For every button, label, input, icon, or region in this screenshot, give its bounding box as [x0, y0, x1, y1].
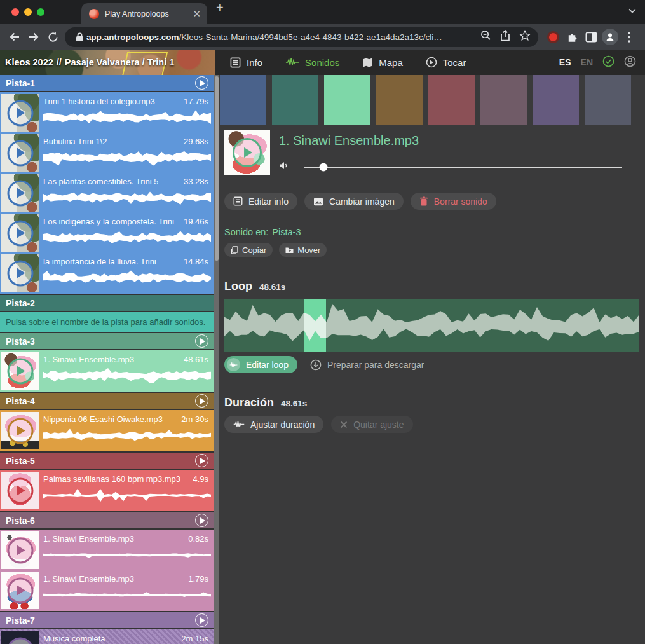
browser-profile-avatar[interactable]	[601, 27, 620, 46]
track-swatch-5[interactable]	[428, 75, 475, 125]
clip-Pista-3-1[interactable]: 1. Sinawi Ensemble.mp348.61s	[0, 351, 214, 391]
lock-icon[interactable]	[72, 27, 86, 46]
track-header-Pista-2[interactable]: Pista-2	[0, 295, 214, 311]
breadcrumb-scene[interactable]: Pasaje Valvanera / Trini 1	[65, 57, 175, 67]
language-en[interactable]: EN	[581, 57, 593, 67]
clip-play-overlay-icon[interactable]	[7, 477, 33, 504]
forward-button[interactable]	[24, 27, 43, 46]
volume-knob[interactable]	[320, 163, 328, 171]
track-swatch-4[interactable]	[376, 75, 423, 125]
track-swatch-2[interactable]	[272, 75, 318, 125]
back-button[interactable]	[5, 27, 24, 46]
clip-thumbnail-house-door[interactable]	[1, 134, 39, 172]
track-play-button[interactable]	[195, 76, 208, 90]
clip-thumbnail-house-door[interactable]	[1, 214, 39, 252]
clip-play-overlay-icon[interactable]	[7, 577, 33, 603]
track-play-button[interactable]	[195, 514, 208, 527]
language-es[interactable]: ES	[559, 57, 571, 67]
clip-play-overlay-icon[interactable]	[7, 637, 33, 644]
share-icon[interactable]	[500, 30, 510, 44]
close-window-button[interactable]	[11, 8, 19, 16]
clip-thumbnail-peppa-red[interactable]	[1, 472, 39, 509]
clip-thumbnail-house-door[interactable]	[1, 174, 39, 212]
clip-play-overlay-icon[interactable]	[7, 140, 33, 166]
clip-thumbnail-peppa-white[interactable]	[1, 531, 39, 569]
track-header-Pista-1[interactable]: Pista-1	[0, 75, 214, 91]
track-swatch-8[interactable]	[585, 75, 631, 125]
sync-check-icon[interactable]	[602, 55, 614, 70]
tab-close-icon[interactable]: ✕	[193, 9, 201, 18]
minimize-window-button[interactable]	[24, 8, 32, 16]
track-play-button[interactable]	[195, 613, 208, 627]
scrollbar-thumb[interactable]	[215, 76, 219, 261]
clip-Pista-6-2[interactable]: 1. Sinawi Ensemble.mp31.79s	[0, 570, 214, 610]
url-bar[interactable]: app.antropoloops.com/Kleos-Santa-Marina/…	[65, 27, 538, 47]
clip-Pista-5-1[interactable]: Palmas sevillanas 160 bpm mp3.mp34.9s	[0, 470, 214, 510]
remove-adjust-button[interactable]: Quitar ajuste	[331, 416, 412, 433]
clip-thumbnail-dark[interactable]	[1, 631, 39, 644]
track-header-Pista-4[interactable]: Pista-4	[0, 393, 214, 409]
clip-play-overlay-icon[interactable]	[7, 358, 33, 384]
clip-play-overlay-icon[interactable]	[7, 260, 33, 286]
extensions-puzzle-icon[interactable]	[562, 27, 581, 46]
clip-Pista-1-2[interactable]: Bubulina Trini 1\229.68s	[0, 133, 214, 173]
track-swatch-7[interactable]	[533, 75, 579, 125]
account-person-icon[interactable]	[624, 55, 636, 70]
recording-extension-icon[interactable]	[543, 27, 562, 46]
zoom-page-icon[interactable]	[480, 30, 491, 44]
clip-Pista-1-1[interactable]: Trini 1 historia del colegio.mp317.79s	[0, 93, 214, 133]
clip-Pista-7-1[interactable]: Musica completa2m 15s	[0, 630, 214, 644]
clip-thumbnail-george[interactable]	[1, 572, 39, 609]
clip-Pista-6-1[interactable]: 1. Sinawi Ensemble.mp30.82s	[0, 530, 214, 570]
reload-button[interactable]	[43, 27, 62, 46]
loop-selection-handle[interactable]	[304, 299, 326, 352]
volume-slider[interactable]	[304, 167, 622, 168]
sidebar-scrollbar[interactable]	[214, 75, 219, 644]
bookmark-star-icon[interactable]	[519, 30, 531, 44]
sound-in-track-link[interactable]: Pista-3	[272, 227, 301, 237]
play-overlay-icon[interactable]	[233, 138, 262, 167]
browser-menu-kebab-icon[interactable]	[620, 27, 639, 46]
tab-sonidos[interactable]: Sonidos	[285, 57, 339, 68]
track-header-Pista-5[interactable]: Pista-5	[0, 453, 214, 469]
change-image-button[interactable]: Cambiar imágen	[304, 193, 404, 210]
clip-Pista-1-4[interactable]: Los indigenas y la compostela. Trini19.4…	[0, 213, 214, 253]
track-play-button[interactable]	[195, 334, 208, 348]
clip-play-overlay-icon[interactable]	[7, 100, 33, 126]
edit-info-button[interactable]: Editar info	[224, 193, 297, 210]
clip-thumbnail-house-door[interactable]	[1, 94, 39, 132]
edit-loop-button[interactable]: Editar loop	[224, 356, 297, 373]
browser-tab[interactable]: Play Antropoloops ✕	[81, 3, 207, 24]
clip-play-overlay-icon[interactable]	[7, 537, 33, 563]
new-tab-button[interactable]: +	[207, 1, 224, 24]
track-play-button[interactable]	[195, 454, 208, 467]
delete-sound-button[interactable]: Borrar sonido	[411, 193, 496, 210]
loop-waveform[interactable]	[224, 299, 639, 352]
clip-play-overlay-icon[interactable]	[7, 180, 33, 206]
maximize-window-button[interactable]	[37, 8, 44, 16]
side-panel-icon[interactable]	[581, 27, 601, 46]
track-play-button[interactable]	[195, 394, 208, 408]
volume-speaker-icon[interactable]	[279, 161, 289, 173]
breadcrumb[interactable]: Kleos 2022//Pasaje Valvanera / Trini 1	[0, 50, 215, 75]
copy-sound-button[interactable]: Copiar	[224, 243, 273, 257]
breadcrumb-project[interactable]: Kleos 2022	[5, 57, 53, 67]
track-header-Pista-7[interactable]: Pista-7	[0, 612, 214, 628]
adjust-duration-button[interactable]: Ajustar duración	[224, 416, 323, 433]
track-swatch-6[interactable]	[480, 75, 527, 125]
tab-search-chevron-icon[interactable]	[628, 4, 636, 16]
tab-tocar[interactable]: Tocar	[426, 57, 466, 68]
clip-Pista-1-5[interactable]: la importancia de la lluvia. Trini14.84s	[0, 253, 214, 293]
prepare-download-button[interactable]: Preparar para descargar	[310, 359, 424, 371]
move-sound-button[interactable]: Mover	[279, 243, 327, 257]
clip-play-overlay-icon[interactable]	[7, 418, 33, 444]
tab-mapa[interactable]: Mapa	[362, 57, 403, 68]
track-header-Pista-6[interactable]: Pista-6	[0, 512, 214, 528]
clip-thumbnail-house-door[interactable]	[1, 254, 39, 292]
clip-thumbnail-peppa-gold[interactable]	[1, 412, 39, 449]
track-header-Pista-3[interactable]: Pista-3	[0, 333, 214, 349]
tab-info[interactable]: Info	[230, 57, 262, 68]
clip-thumbnail-peppa-drink[interactable]	[1, 352, 39, 390]
clip-Pista-1-3[interactable]: Las plantas comestibles. Trini 533.28s	[0, 173, 214, 213]
clip-Pista-4-1[interactable]: Nipponia 06 Esashi Oiwake.mp32m 30s	[0, 411, 214, 451]
